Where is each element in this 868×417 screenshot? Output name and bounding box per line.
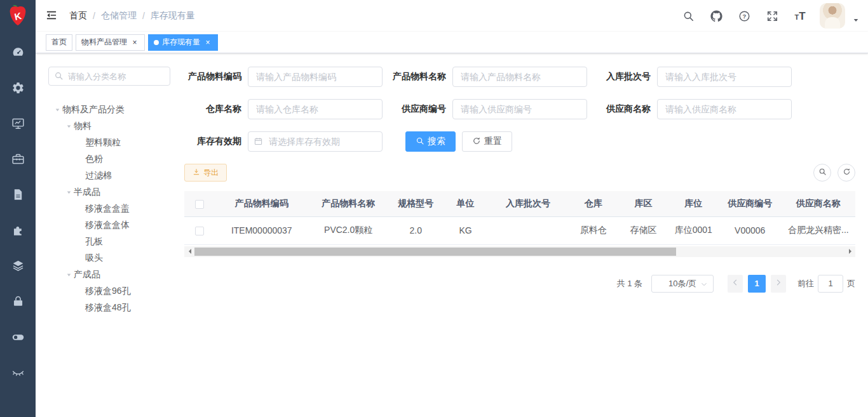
tree-node-移液盒96孔[interactable]: 移液盒96孔 (48, 283, 175, 300)
toggle-search-button[interactable] (813, 164, 831, 182)
field-label: 供应商编号 (389, 103, 452, 115)
table-cell: PVC2.0颗粒 (308, 216, 388, 244)
tree-expand-caret[interactable] (52, 107, 62, 113)
tree-node-半成品[interactable]: 半成品 (48, 184, 175, 201)
scroll-right-arrow[interactable] (845, 246, 855, 257)
tree-expand-caret[interactable] (64, 272, 74, 278)
breadcrumb-item[interactable]: 首页 (69, 10, 87, 22)
tree-node-孔板[interactable]: 孔板 (48, 234, 175, 250)
tree-node-过滤棉[interactable]: 过滤棉 (48, 168, 175, 184)
field-warehouse-name: 仓库名称 (184, 99, 389, 119)
chevron-down-icon[interactable] (853, 15, 859, 25)
field-expiry-date: 库存有效期 (184, 131, 389, 152)
search-icon (818, 168, 827, 178)
field-label: 库存有效期 (184, 136, 248, 147)
font-size-icon: TT (794, 11, 805, 22)
horizontal-scrollbar[interactable] (184, 246, 855, 257)
toggle-icon (11, 330, 25, 343)
field-item-name: 产品物料名称 (389, 67, 593, 87)
row-checkbox[interactable] (195, 227, 204, 235)
document-icon (11, 188, 25, 201)
tree-node-label: 色粉 (85, 154, 103, 165)
scrollbar-track[interactable] (194, 246, 845, 257)
github-button[interactable] (705, 3, 727, 29)
page-size-select[interactable]: 10条/页 (651, 275, 714, 293)
export-button[interactable]: 导出 (184, 164, 227, 182)
sidebar-item-document[interactable] (0, 176, 36, 212)
tree-node-label: 移液盒96孔 (85, 286, 131, 297)
sidebar-item-lock[interactable] (0, 283, 36, 319)
column-header-产品物料编码: 产品物料编码 (215, 191, 309, 216)
tree-node-物料及产品分类[interactable]: 物料及产品分类 (48, 102, 175, 118)
sidebar-item-monitor-chart[interactable] (0, 105, 36, 141)
tab-库存现有量[interactable]: 库存现有量× (148, 34, 218, 51)
fullscreen-button[interactable] (761, 3, 783, 29)
search-button[interactable] (677, 3, 699, 29)
app-logo[interactable]: K (0, 0, 36, 32)
refresh-table-button[interactable] (837, 164, 855, 182)
breadcrumb-separator: / (142, 11, 145, 21)
tree-node-产成品[interactable]: 产成品 (48, 267, 175, 283)
category-tree-panel: 物料及产品分类物料塑料颗粒色粉过滤棉半成品移液盒盒盖移液盒盒体孔板吸头产成品移液… (48, 67, 175, 316)
tab-物料产品管理[interactable]: 物料产品管理× (76, 34, 145, 51)
sidebar-item-eye-closed[interactable] (0, 354, 36, 390)
navbar-actions: ?TT (677, 3, 859, 29)
goto-page-input[interactable] (818, 275, 843, 293)
tab-首页[interactable]: 首页 (46, 34, 72, 51)
select-all-checkbox[interactable] (195, 200, 204, 209)
app-sidebar: K (0, 0, 36, 417)
question-button[interactable]: ? (733, 3, 755, 29)
sidebar-item-toggle[interactable] (0, 319, 36, 354)
refresh-icon (843, 168, 851, 178)
table-row: ITEM00000037PVC2.0颗粒2.0KG原料仓存储区库位0001V00… (184, 216, 855, 244)
supplier-code-input[interactable] (452, 99, 587, 119)
tree-node-色粉[interactable]: 色粉 (48, 151, 175, 168)
tree-node-吸头[interactable]: 吸头 (48, 250, 175, 267)
next-page-button[interactable] (771, 275, 786, 293)
page-number-1[interactable]: 1 (748, 275, 766, 293)
column-header-供应商名称: 供应商名称 (782, 191, 855, 216)
monitor-chart-icon (11, 117, 25, 130)
sidebar-item-toolbox[interactable] (0, 141, 36, 176)
active-tab-dot (154, 40, 159, 45)
tree-node-塑料颗粒[interactable]: 塑料颗粒 (48, 135, 175, 151)
scroll-left-arrow[interactable] (184, 246, 194, 257)
item-name-input[interactable] (452, 67, 587, 87)
batch-no-input[interactable] (657, 67, 792, 87)
breadcrumb-item: 库存现有量 (151, 10, 195, 22)
layers-icon (11, 259, 25, 272)
search-icon (682, 10, 695, 22)
font-size-button[interactable]: TT (789, 3, 811, 29)
tags-view: 首页物料产品管理×库存现有量× (36, 32, 868, 53)
sidebar-item-puzzle[interactable] (0, 212, 36, 248)
sidebar-item-dashboard[interactable] (0, 34, 36, 70)
tree-node-移液盒48孔[interactable]: 移液盒48孔 (48, 300, 175, 316)
close-icon[interactable]: × (203, 38, 212, 47)
category-search-input[interactable] (48, 67, 170, 86)
supplier-name-input[interactable] (657, 99, 792, 119)
reset-button[interactable]: 重置 (462, 131, 512, 152)
column-header-供应商编号: 供应商编号 (719, 191, 782, 216)
avatar[interactable] (820, 3, 845, 29)
tree-node-label: 吸头 (85, 253, 103, 264)
tree-node-label: 移液盒盒体 (85, 220, 130, 231)
tree-expand-caret[interactable] (64, 190, 74, 195)
sidebar-item-layers[interactable] (0, 248, 36, 283)
puzzle-icon (11, 223, 25, 237)
tree-node-label: 孔板 (85, 236, 103, 248)
close-icon[interactable]: × (130, 38, 139, 47)
expiry-date-input[interactable] (248, 131, 383, 152)
collapse-menu-button[interactable] (45, 9, 59, 23)
sidebar-item-gear[interactable] (0, 70, 36, 105)
scrollbar-thumb[interactable] (194, 248, 676, 256)
item-code-input[interactable] (248, 67, 383, 87)
column-header-产品物料名称: 产品物料名称 (308, 191, 388, 216)
search-button[interactable]: 搜索 (405, 131, 456, 152)
warehouse-name-input[interactable] (248, 99, 383, 119)
prev-page-button[interactable] (728, 275, 743, 293)
tree-node-移液盒盒盖[interactable]: 移液盒盒盖 (48, 201, 175, 217)
tree-expand-caret[interactable] (64, 124, 74, 129)
tree-node-物料[interactable]: 物料 (48, 118, 175, 135)
pagination: 共 1 条 10条/页 1 前往 页 (184, 275, 855, 293)
tree-node-移液盒盒体[interactable]: 移液盒盒体 (48, 217, 175, 234)
